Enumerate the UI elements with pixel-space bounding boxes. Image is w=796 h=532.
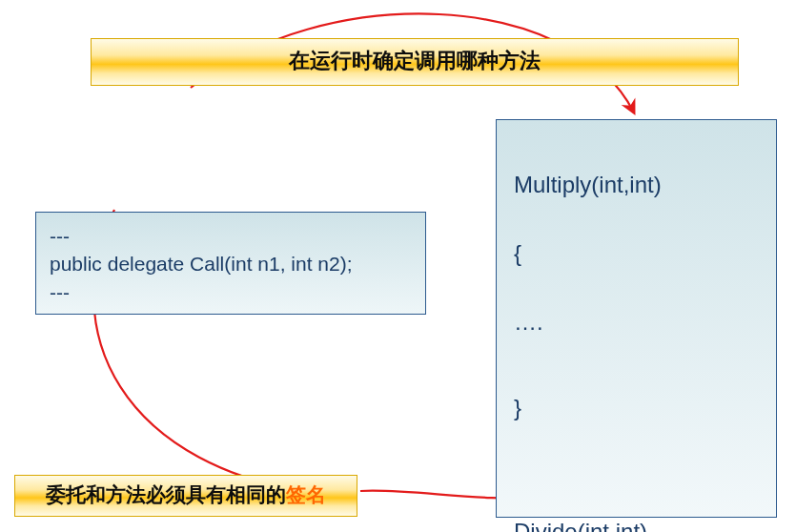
- method-body: ….: [514, 305, 759, 339]
- runtime-decision-banner: 在运行时确定调用哪种方法: [91, 38, 739, 86]
- banner-text-prefix: 委托和方法必须具有相同的: [46, 483, 286, 505]
- brace-close: }: [514, 391, 759, 425]
- signature-rule-banner: 委托和方法必须具有相同的签名: [14, 475, 357, 517]
- code-line: ---: [50, 222, 412, 250]
- method-signature: Multiply(int,int): [514, 168, 759, 202]
- code-line: ---: [50, 278, 412, 306]
- delegate-declaration-box: --- public delegate Call(int n1, int n2)…: [35, 212, 426, 315]
- code-line: public delegate Call(int n1, int n2);: [50, 250, 412, 277]
- methods-box: Multiply(int,int) { …. } Divide(int,int)…: [496, 119, 777, 518]
- brace-open: {: [514, 236, 759, 271]
- banner-text-highlight: 签名: [286, 483, 326, 505]
- method-signature: Divide(int,int): [514, 515, 759, 532]
